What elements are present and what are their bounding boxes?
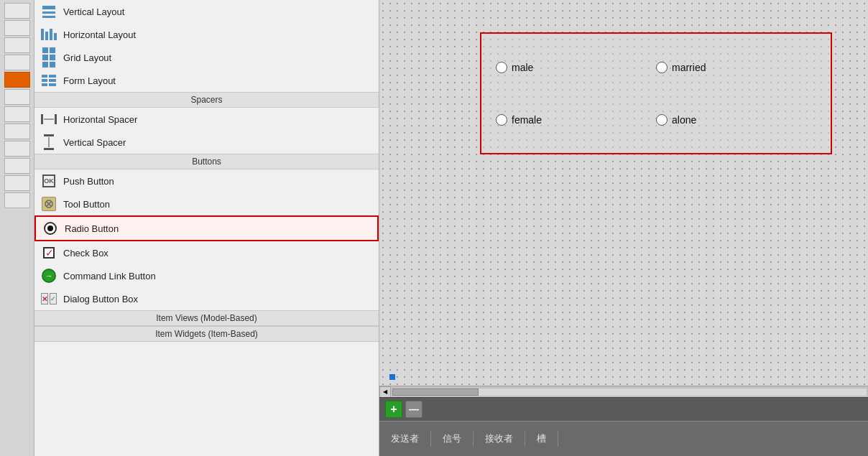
left-strip-item (4, 3, 30, 19)
grid-layout-label: Grid Layout (63, 52, 111, 63)
spacers-section-header: Spacers (34, 92, 379, 108)
sidebar-item-push-button[interactable]: OK Push Button (34, 169, 379, 192)
horizontal-spacer-label: Horizontal Spacer (63, 114, 137, 125)
bottom-panel: + — 发送者 信号 接收者 槽 (379, 397, 868, 456)
horizontal-layout-label: Horizontal Layout (63, 29, 136, 40)
bottom-columns-header: 发送者 信号 接收者 槽 (379, 421, 868, 456)
sidebar-item-command-link-button[interactable]: → Command Link Button (34, 264, 379, 287)
dialog-button-box-icon: ✕ ✓ (40, 290, 57, 307)
sidebar: Vertical Layout Horizontal Layout (34, 0, 379, 456)
radio-label-male: male (512, 62, 533, 73)
command-link-button-icon: → (40, 267, 57, 284)
item-widgets-section-header: Item Widgets (Item-Based) (34, 326, 379, 342)
sidebar-item-vertical-spacer[interactable]: Vertical Spacer (34, 131, 379, 154)
check-box-icon: ✓ (40, 244, 57, 261)
vertical-layout-icon (40, 3, 57, 20)
col-receiver: 接收者 (474, 431, 525, 447)
item-views-section-header: Item Views (Model-Based) (34, 310, 379, 326)
left-strip-item (4, 141, 30, 157)
radio-option-alone[interactable]: alone (656, 114, 816, 126)
col-signal: 信号 (431, 431, 474, 447)
radio-group-widget[interactable]: male married female alone (480, 32, 832, 154)
tool-button-icon (40, 195, 57, 213)
radio-label-alone: alone (672, 114, 696, 126)
left-strip-item (4, 106, 30, 122)
radio-circle-female[interactable] (496, 114, 507, 126)
main-area: male married female alone ◀ (379, 0, 868, 456)
check-box-label: Check Box (63, 248, 108, 259)
sidebar-item-form-layout[interactable]: Form Layout (34, 69, 379, 92)
buttons-section-header: Buttons (34, 154, 379, 169)
sidebar-item-tool-button[interactable]: Tool Button (34, 192, 379, 215)
sidebar-item-check-box[interactable]: ✓ Check Box (34, 241, 379, 264)
radio-circle-married[interactable] (656, 62, 668, 73)
dialog-button-box-label: Dialog Button Box (63, 294, 138, 304)
col-slot: 槽 (525, 431, 558, 447)
scroll-track[interactable] (392, 388, 867, 396)
radio-circle-male[interactable] (496, 62, 507, 73)
sidebar-item-vertical-layout[interactable]: Vertical Layout (34, 0, 379, 23)
push-button-label: Push Button (63, 176, 114, 187)
left-strip-item (4, 124, 30, 139)
grid-layout-icon (40, 49, 57, 66)
scroll-left-arrow[interactable]: ◀ (379, 386, 391, 398)
left-strip-item (4, 175, 30, 191)
horizontal-scrollbar[interactable]: ◀ (379, 386, 868, 397)
sidebar-item-dialog-button-box[interactable]: ✕ ✓ Dialog Button Box (34, 287, 379, 310)
add-connection-button[interactable]: + (385, 401, 402, 418)
command-link-button-label: Command Link Button (63, 271, 156, 281)
left-strip-item (4, 37, 30, 53)
vertical-spacer-label: Vertical Spacer (63, 137, 126, 148)
tool-button-label: Tool Button (63, 199, 110, 210)
form-layout-icon (40, 72, 57, 89)
horizontal-spacer-icon (40, 111, 57, 128)
left-strip-item (4, 20, 30, 36)
radio-circle-alone[interactable] (656, 114, 668, 126)
sidebar-item-horizontal-spacer[interactable]: Horizontal Spacer (34, 108, 379, 131)
radio-button-label: Radio Button (65, 223, 119, 234)
radio-button-icon (42, 220, 59, 237)
sidebar-item-horizontal-layout[interactable]: Horizontal Layout (34, 23, 379, 46)
push-button-icon: OK (40, 172, 57, 190)
vertical-layout-label: Vertical Layout (63, 6, 124, 17)
radio-option-married[interactable]: married (656, 62, 816, 73)
horizontal-layout-icon (40, 26, 57, 43)
canvas-area[interactable]: male married female alone (379, 0, 868, 386)
left-strip-item (4, 72, 30, 88)
blue-marker (389, 374, 395, 380)
sidebar-list[interactable]: Vertical Layout Horizontal Layout (34, 0, 379, 456)
radio-label-married: married (672, 62, 706, 73)
bottom-toolbar: + — (379, 398, 868, 421)
radio-option-male[interactable]: male (496, 62, 656, 73)
col-sender: 发送者 (379, 431, 431, 447)
vertical-spacer-icon (40, 134, 57, 151)
left-strip-item (4, 89, 30, 105)
left-strip-item (4, 55, 30, 70)
remove-connection-button[interactable]: — (405, 401, 423, 418)
sidebar-item-radio-button[interactable]: Radio Button (34, 215, 379, 241)
sidebar-item-grid-layout[interactable]: Grid Layout (34, 46, 379, 69)
left-strip (0, 0, 34, 456)
form-layout-label: Form Layout (63, 75, 116, 86)
left-strip-item (4, 192, 30, 208)
scroll-thumb[interactable] (392, 388, 479, 396)
radio-option-female[interactable]: female (496, 114, 656, 126)
left-strip-item (4, 158, 30, 174)
radio-label-female: female (512, 114, 542, 126)
